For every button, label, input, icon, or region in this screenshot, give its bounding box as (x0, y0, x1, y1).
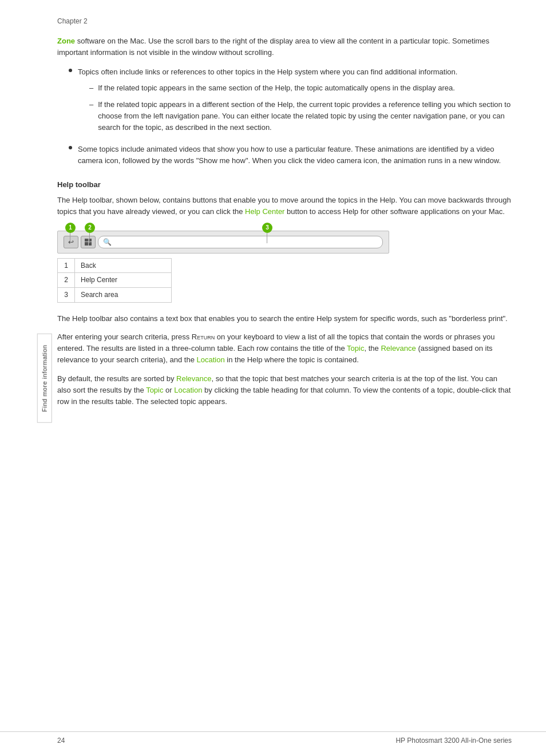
para3-3: or (163, 386, 174, 394)
section-intro-paragraph: The Help toolbar, shown below, contains … (57, 195, 512, 217)
para2-1: After entering your search criteria, pre… (57, 333, 192, 341)
line-1 (70, 233, 70, 243)
ref-label-2: Help Center (75, 273, 172, 288)
ref-num-2: 2 (58, 273, 75, 288)
help-center-link: Help Center (245, 207, 284, 216)
para1: The Help toolbar also contains a text bo… (57, 313, 512, 324)
page-number: 24 (57, 737, 65, 745)
dash-text-2: If the related topic appears in a differ… (98, 99, 512, 133)
side-tab: Find more information (37, 334, 52, 423)
ref-label-1: Back (75, 258, 172, 273)
ref-num-3: 3 (58, 288, 75, 303)
zone-bold: Zone (57, 37, 75, 45)
search-area[interactable]: 🔍 (98, 236, 383, 248)
table-row-1: 1 Back (58, 258, 172, 273)
toolbar-box: ↩ 🔍 (57, 231, 389, 254)
help-center-button[interactable] (81, 236, 96, 248)
num-bubble-2: 2 (85, 223, 95, 233)
para2-3: , the (364, 344, 381, 353)
topic-link-2: Topic (146, 386, 163, 394)
num-bubble-2-container: 2 (85, 223, 95, 233)
para2-5: in the Help where the topic is contained… (225, 355, 359, 364)
table-row-2: 2 Help Center (58, 273, 172, 288)
toolbar-diagram-container: 1 2 3 ↩ (57, 231, 389, 254)
para3: By default, the results are sorted by Re… (57, 373, 512, 407)
back-button[interactable]: ↩ (64, 236, 78, 248)
relevance-link-1: Relevance (381, 344, 416, 353)
dash-list: – If the related topic appears in the sa… (89, 82, 512, 133)
bullet-list: Topics often include links or references… (69, 66, 512, 167)
ref-num-1: 1 (58, 258, 75, 273)
search-magnifier-icon: 🔍 (103, 238, 112, 246)
ref-table-body: 1 Back 2 Help Center 3 Search area (58, 258, 172, 302)
num-bubble-3: 3 (262, 223, 272, 233)
section-heading: Help toolbar (57, 180, 512, 189)
bullet-dot-2 (69, 146, 72, 149)
num-bubble-1: 1 (65, 223, 76, 233)
grid-cell-1 (85, 239, 88, 242)
bullet-text-2: Some topics include animated videos that… (78, 144, 512, 167)
grid-cell-3 (85, 242, 88, 246)
line-3 (267, 233, 267, 243)
bullet-text-1: Topics often include links or references… (78, 66, 512, 138)
topic-link-1: Topic (347, 344, 364, 353)
bullet-dot-1 (69, 69, 72, 72)
location-link-1: Location (197, 355, 225, 364)
para3-1: By default, the results are sorted by (57, 374, 176, 383)
bullet-item-1: Topics often include links or references… (69, 66, 512, 138)
num-bubble-3-container: 3 (262, 223, 272, 233)
dash-symbol-2: – (89, 99, 93, 133)
content-area: Zone software on the Mac. Use the scroll… (57, 35, 512, 407)
dash-text-1: If the related topic appears in the same… (98, 82, 512, 94)
chapter-header: Chapter 2 (57, 17, 512, 25)
intro-text: software on the Mac. Use the scroll bars… (57, 37, 489, 57)
line-2 (89, 233, 90, 243)
dash-item-2: – If the related topic appears in a diff… (89, 99, 512, 133)
section-intro-text-2: button to access Help for other software… (284, 207, 504, 216)
relevance-link-2: Relevance (176, 374, 211, 383)
num-bubble-1-container: 1 (65, 223, 76, 233)
location-link-2: Location (174, 386, 202, 394)
bullet-item-2: Some topics include animated videos that… (69, 144, 512, 167)
page-footer: 24 HP Photosmart 3200 All-in-One series (0, 731, 546, 745)
return-key: Return (192, 333, 215, 341)
dash-item-1: – If the related topic appears in the sa… (89, 82, 512, 94)
ref-label-3: Search area (75, 288, 172, 303)
para2: After entering your search criteria, pre… (57, 331, 512, 366)
product-name: HP Photosmart 3200 All-in-One series (395, 737, 512, 745)
intro-paragraph: Zone software on the Mac. Use the scroll… (57, 35, 512, 58)
page-container: Find more information Chapter 2 Zone sof… (0, 0, 546, 756)
table-row-3: 3 Search area (58, 288, 172, 303)
ref-table: 1 Back 2 Help Center 3 Search area (57, 258, 172, 303)
grid-icon (85, 239, 92, 246)
dash-symbol-1: – (89, 82, 93, 94)
